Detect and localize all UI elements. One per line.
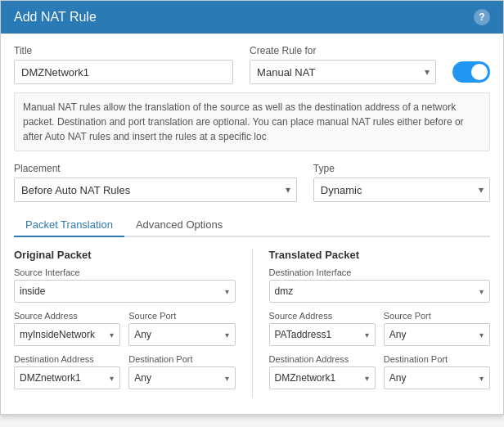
original-source-address-select[interactable]: myInsideNetwork any	[14, 323, 120, 346]
translated-dest-port-select[interactable]: Any	[384, 366, 490, 389]
toggle-row	[452, 61, 490, 84]
translated-packet-section: Translated Packet Destination Interface …	[269, 249, 491, 398]
original-packet-section: Original Packet Source Interface inside …	[14, 249, 236, 398]
original-source-port-wrapper: Any	[128, 323, 235, 346]
help-icon[interactable]: ?	[474, 9, 490, 25]
title-create-rule-row: Title Create Rule for Manual NAT Auto NA…	[14, 45, 490, 84]
dialog-header: Add NAT Rule ?	[1, 1, 503, 34]
translated-source-port-group: Source Port Any	[384, 311, 490, 346]
translated-dest-interface-wrapper: dmz inside outside	[269, 280, 491, 303]
translated-source-address-wrapper: PATaddress1 any	[269, 323, 376, 346]
translated-dest-interface-group: Destination Interface dmz inside outside	[269, 267, 491, 303]
original-dest-port-group: Destination Port Any	[128, 354, 235, 389]
translated-dest-address-group: Destination Address DMZnetwork1 any	[269, 354, 376, 389]
type-group: Type Dynamic Static	[313, 163, 490, 202]
create-rule-for-group: Create Rule for Manual NAT Auto NAT	[250, 45, 436, 84]
dialog-title: Add NAT Rule	[14, 10, 97, 25]
translated-dest-address-wrapper: DMZnetwork1 any	[269, 366, 376, 389]
description-box: Manual NAT rules allow the translation o…	[14, 92, 490, 151]
original-dest-row: Destination Address DMZnetwork1 any Dest…	[14, 354, 236, 389]
original-dest-port-select[interactable]: Any	[128, 366, 235, 389]
original-source-address-wrapper: myInsideNetwork any	[14, 323, 120, 346]
original-source-address-label: Source Address	[14, 311, 120, 321]
translated-dest-interface-row: Destination Interface dmz inside outside	[269, 267, 491, 303]
translated-source-port-wrapper: Any	[384, 323, 490, 346]
type-select[interactable]: Dynamic Static	[313, 178, 490, 202]
original-dest-port-label: Destination Port	[128, 354, 235, 364]
add-nat-rule-dialog: Add NAT Rule ? Title Create Rule for Man…	[0, 0, 504, 415]
translated-source-port-select[interactable]: Any	[384, 323, 490, 346]
original-dest-address-select[interactable]: DMZnetwork1 any	[14, 366, 120, 389]
placement-group: Placement Before Auto NAT Rules After Au…	[14, 163, 297, 202]
title-field-group: Title	[14, 45, 233, 84]
translated-dest-port-group: Destination Port Any	[384, 354, 490, 389]
translated-dest-address-label: Destination Address	[269, 354, 376, 364]
packets-content: Original Packet Source Interface inside …	[14, 249, 490, 398]
translated-source-address-select[interactable]: PATaddress1 any	[269, 323, 376, 346]
original-source-interface-label: Source Interface	[14, 267, 236, 277]
tab-advanced-options[interactable]: Advanced Options	[124, 214, 234, 237]
original-dest-address-label: Destination Address	[14, 354, 120, 364]
translated-dest-interface-select[interactable]: dmz inside outside	[269, 280, 491, 303]
placement-label: Placement	[14, 163, 297, 174]
create-rule-for-label: Create Rule for	[250, 45, 436, 56]
tab-packet-translation[interactable]: Packet Translation	[14, 214, 124, 237]
translated-packet-title: Translated Packet	[269, 249, 491, 261]
original-source-port-label: Source Port	[128, 311, 235, 321]
original-packet-title: Original Packet	[14, 249, 236, 261]
original-dest-address-wrapper: DMZnetwork1 any	[14, 366, 120, 389]
original-source-row: Source Address myInsideNetwork any Sourc…	[14, 311, 236, 346]
placement-type-row: Placement Before Auto NAT Rules After Au…	[14, 163, 490, 202]
create-rule-for-select[interactable]: Manual NAT Auto NAT	[250, 60, 436, 84]
dialog-body: Title Create Rule for Manual NAT Auto NA…	[1, 34, 503, 414]
create-rule-for-wrapper: Manual NAT Auto NAT	[250, 60, 436, 84]
translated-dest-row: Destination Address DMZnetwork1 any Dest…	[269, 354, 491, 389]
original-source-interface-group: Source Interface inside outside dmz	[14, 267, 236, 303]
placement-select[interactable]: Before Auto NAT Rules After Auto NAT Rul…	[14, 178, 297, 202]
translated-source-address-group: Source Address PATaddress1 any	[269, 311, 376, 346]
original-source-port-select[interactable]: Any	[128, 323, 235, 346]
tabs-bar: Packet Translation Advanced Options	[14, 214, 490, 237]
translated-dest-address-select[interactable]: DMZnetwork1 any	[269, 366, 376, 389]
placement-wrapper: Before Auto NAT Rules After Auto NAT Rul…	[14, 178, 297, 202]
original-source-interface-row: Source Interface inside outside dmz	[14, 267, 236, 303]
translated-source-port-label: Source Port	[384, 311, 490, 321]
translated-source-row: Source Address PATaddress1 any Source Po…	[269, 311, 491, 346]
enabled-toggle[interactable]	[452, 61, 490, 83]
original-source-interface-wrapper: inside outside dmz	[14, 280, 236, 303]
translated-dest-interface-label: Destination Interface	[269, 267, 491, 277]
vertical-divider	[252, 249, 253, 398]
original-dest-port-wrapper: Any	[128, 366, 235, 389]
original-dest-address-group: Destination Address DMZnetwork1 any	[14, 354, 120, 389]
original-source-interface-select[interactable]: inside outside dmz	[14, 280, 236, 303]
type-label: Type	[313, 163, 490, 174]
translated-dest-port-label: Destination Port	[384, 354, 490, 364]
title-label: Title	[14, 45, 233, 56]
type-wrapper: Dynamic Static	[313, 178, 490, 202]
description-text: Manual NAT rules allow the translation o…	[23, 101, 464, 142]
title-input[interactable]	[14, 60, 233, 84]
translated-dest-port-wrapper: Any	[384, 366, 490, 389]
translated-source-address-label: Source Address	[269, 311, 376, 321]
original-source-port-group: Source Port Any	[128, 311, 235, 346]
original-source-address-group: Source Address myInsideNetwork any	[14, 311, 120, 346]
